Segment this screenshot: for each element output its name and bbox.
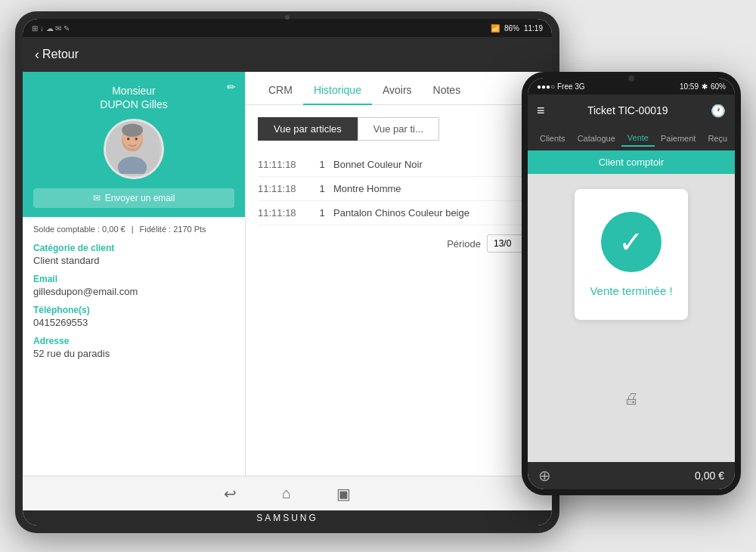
profile-info: Solde comptable : 0,00 € | Fidélité : 21… — [23, 217, 245, 367]
row-time: 11:11:18 — [258, 183, 311, 194]
row-qty: 1 — [311, 207, 333, 219]
vente-terminee-label: Vente terminée ! — [590, 284, 672, 297]
period-label: Période — [447, 238, 481, 250]
table-row: 11:11:18 1 Montre Homme — [258, 177, 540, 201]
check-circle: ✓ — [601, 212, 662, 272]
tab-crm[interactable]: CRM — [258, 76, 303, 105]
phone-battery: 60% — [711, 82, 726, 91]
profile-name: Monsieur DUPON Gilles — [33, 84, 234, 111]
total-amount: 0,00 € — [695, 470, 724, 482]
row-qty: 1 — [311, 159, 333, 170]
phone-tab-recu[interactable]: Reçu — [702, 131, 733, 146]
telephone-label: Téléphone(s) — [33, 305, 234, 315]
tab-avoirs[interactable]: Avoirs — [372, 76, 423, 105]
tab-notes[interactable]: Notes — [423, 76, 472, 105]
person-photo — [106, 121, 159, 174]
phone-carrier: ●●●○ Free 3G — [537, 82, 585, 91]
view-by-articles-button[interactable]: Vue par articles — [258, 117, 358, 141]
phone-content: Client comptoir ✓ Vente terminée ! 🖨 — [528, 150, 735, 462]
phone-status-right: 10:59 ✱ 60% — [680, 82, 726, 91]
avatar — [104, 119, 164, 179]
back-arrow-icon: ‹ — [35, 47, 39, 63]
phone-device: ●●●○ Free 3G 10:59 ✱ 60% ≡ Ticket TIC-00… — [522, 72, 741, 495]
clock-display: 11:19 — [524, 24, 543, 33]
phone-tab-clients[interactable]: Clients — [534, 131, 572, 146]
recent-nav-icon[interactable]: ▣ — [336, 485, 351, 503]
avatar-container — [33, 119, 234, 179]
email-value: gillesdupon@email.com — [33, 286, 234, 297]
tablet-bottom-nav: ↩ ⌂ ▣ — [23, 476, 552, 510]
phone-tab-paiement[interactable]: Paiement — [655, 131, 702, 146]
svg-point-5 — [122, 124, 143, 138]
tablet-status-bar: ⊞ ↓ ☁ ✉ ✎ 📶 86% 11:19 — [23, 19, 552, 37]
svg-point-6 — [127, 138, 130, 141]
email-envelope-icon: ✉ — [93, 193, 101, 203]
view-by-ticket-button[interactable]: Vue par ti... — [358, 117, 439, 141]
row-desc: Pantalon Chinos Couleur beige — [333, 207, 540, 219]
tabs-bar: CRM Historique Avoirs Notes — [246, 72, 552, 105]
notification-icon: ⊞ ↓ ☁ ✉ ✎ — [32, 24, 70, 33]
back-button[interactable]: ‹ Retour — [35, 47, 79, 63]
phone-time: 10:59 — [680, 82, 699, 91]
history-icon[interactable]: 🕐 — [711, 104, 726, 118]
tablet-device: ⊞ ↓ ☁ ✉ ✎ 📶 86% 11:19 ‹ Retour — [15, 11, 559, 533]
left-panel: ✏ Monsieur DUPON Gilles — [23, 72, 246, 476]
solde-bar: Solde comptable : 0,00 € | Fidélité : 21… — [33, 225, 234, 234]
row-desc: Montre Homme — [333, 183, 540, 194]
phone-tab-catalogue[interactable]: Catalogue — [572, 131, 621, 146]
wifi-icon: 📶 — [491, 24, 500, 33]
back-nav-icon[interactable]: ↩ — [224, 485, 237, 503]
add-button[interactable]: ⊕ — [538, 467, 551, 485]
hamburger-icon[interactable]: ≡ — [537, 103, 545, 119]
right-panel: CRM Historique Avoirs Notes Vue par arti… — [246, 72, 552, 476]
printer-area: 🖨 — [624, 335, 639, 462]
edit-icon[interactable]: ✏ — [227, 81, 236, 93]
row-desc: Bonnet Couleur Noir — [333, 159, 540, 170]
phone-footer: ⊕ 0,00 € — [528, 462, 735, 489]
row-time: 11:11:18 — [258, 159, 311, 170]
samsung-brand: SAMSUNG — [23, 510, 552, 526]
tablet-header: ‹ Retour — [23, 37, 552, 72]
bluetooth-icon: ✱ — [702, 82, 708, 91]
phone-title: Ticket TIC-00019 — [587, 104, 668, 116]
tablet-content: ✏ Monsieur DUPON Gilles — [23, 72, 552, 476]
row-qty: 1 — [311, 183, 333, 194]
telephone-value: 0415269553 — [33, 317, 234, 328]
back-label: Retour — [42, 48, 79, 61]
phone-header: ≡ Ticket TIC-00019 🕐 — [528, 95, 735, 126]
home-nav-icon[interactable]: ⌂ — [282, 485, 291, 502]
phone-tabs: Clients Catalogue Vente Paiement Reçu — [528, 126, 735, 150]
phone-tab-vente[interactable]: Vente — [621, 130, 655, 147]
tab-historique[interactable]: Historique — [303, 76, 372, 105]
tablet-screen: ⊞ ↓ ☁ ✉ ✎ 📶 86% 11:19 ‹ Retour — [23, 19, 552, 526]
categorie-value: Client standard — [33, 255, 234, 266]
phone-screen: ●●●○ Free 3G 10:59 ✱ 60% ≡ Ticket TIC-00… — [528, 78, 735, 489]
svg-point-7 — [135, 138, 138, 141]
period-row: Période — [258, 234, 540, 253]
history-table: 11:11:18 1 Bonnet Couleur Noir 11:11:18 … — [258, 153, 540, 225]
email-label: Email — [33, 274, 234, 284]
email-button[interactable]: ✉ Envoyer un email — [33, 188, 234, 208]
tablet-status-left-icons: ⊞ ↓ ☁ ✉ ✎ — [32, 24, 70, 33]
categorie-label: Catégorie de client — [33, 243, 234, 253]
view-toggle: Vue par articles Vue par ti... — [258, 117, 540, 141]
tablet-status-right: 📶 86% 11:19 — [491, 24, 543, 33]
checkmark-icon: ✓ — [618, 227, 644, 257]
adresse-value: 52 rue du paradis — [33, 348, 234, 359]
vente-terminee-card: ✓ Vente terminée ! — [575, 189, 687, 320]
profile-header: ✏ Monsieur DUPON Gilles — [23, 72, 245, 217]
printer-icon[interactable]: 🖨 — [624, 390, 639, 408]
row-time: 11:11:18 — [258, 207, 311, 219]
table-row: 11:11:18 1 Pantalon Chinos Couleur beige — [258, 201, 540, 225]
adresse-label: Adresse — [33, 336, 234, 346]
battery-level: 86% — [504, 24, 519, 33]
table-row: 11:11:18 1 Bonnet Couleur Noir — [258, 153, 540, 177]
tab-content: Vue par articles Vue par ti... 11:11:18 … — [246, 105, 552, 476]
client-comptoir-bar: Client comptoir — [528, 150, 735, 174]
